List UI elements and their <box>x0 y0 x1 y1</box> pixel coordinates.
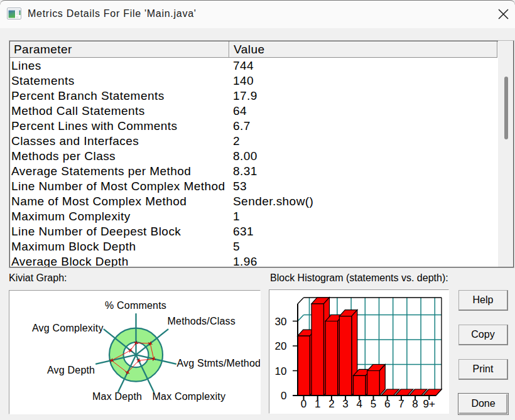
svg-text:5: 5 <box>371 398 376 410</box>
svg-text:4: 4 <box>357 398 362 410</box>
svg-text:Max Depth: Max Depth <box>92 391 142 402</box>
svg-text:7: 7 <box>398 398 404 410</box>
svg-text:10: 10 <box>275 365 287 377</box>
svg-text:1: 1 <box>315 398 320 410</box>
svg-text:0: 0 <box>281 390 286 402</box>
svg-text:Avg Stmts/Method: Avg Stmts/Method <box>177 358 261 369</box>
svg-text:9+: 9+ <box>423 398 435 410</box>
svg-text:6: 6 <box>384 398 390 410</box>
svg-text:2: 2 <box>328 398 334 410</box>
svg-text:Avg Depth: Avg Depth <box>47 365 95 375</box>
svg-text:20: 20 <box>275 340 287 352</box>
svg-text:Max Complexity: Max Complexity <box>153 391 226 402</box>
svg-text:Avg Complexity: Avg Complexity <box>32 323 104 333</box>
svg-text:30: 30 <box>275 316 287 328</box>
svg-text:8: 8 <box>412 398 418 410</box>
svg-text:0: 0 <box>301 398 306 410</box>
svg-text:Methods/Class: Methods/Class <box>168 316 236 326</box>
svg-text:3: 3 <box>342 398 348 410</box>
svg-text:% Comments: % Comments <box>105 300 166 311</box>
